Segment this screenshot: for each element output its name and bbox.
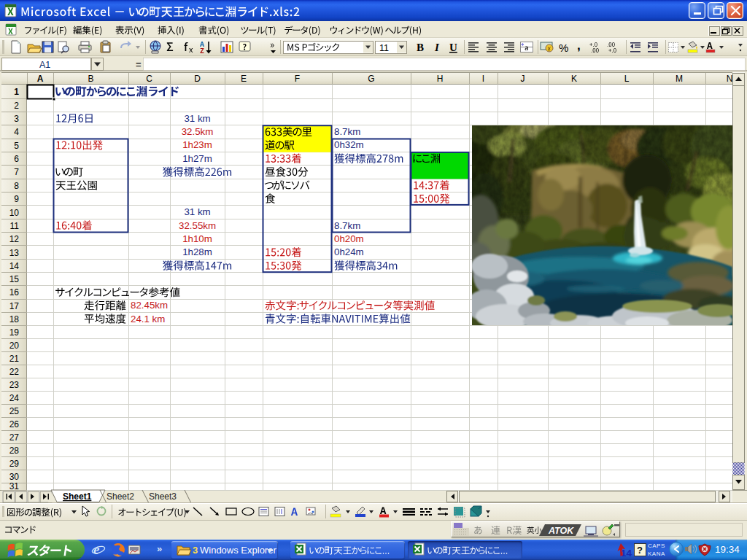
svg-text:Windows Explorer: Windows Explorer xyxy=(200,545,276,556)
svg-text:%: % xyxy=(559,42,568,54)
svg-text:1h27m: 1h27m xyxy=(182,153,212,164)
svg-text:1: 1 xyxy=(14,87,19,97)
svg-text:1h23m: 1h23m xyxy=(182,139,212,150)
svg-text:28: 28 xyxy=(9,446,20,456)
svg-text:22: 22 xyxy=(9,367,20,377)
svg-text:6: 6 xyxy=(14,154,19,164)
svg-text:3: 3 xyxy=(193,545,198,556)
svg-text:ATOK: ATOK xyxy=(548,526,574,536)
svg-text:7: 7 xyxy=(14,167,19,177)
svg-text:L: L xyxy=(624,74,630,84)
svg-text:12: 12 xyxy=(9,234,20,244)
svg-text:25: 25 xyxy=(9,406,20,416)
svg-text:15: 15 xyxy=(9,274,20,284)
svg-text:C: C xyxy=(146,74,152,84)
svg-text:I: I xyxy=(434,42,440,53)
svg-text:G: G xyxy=(368,74,374,84)
svg-text:18: 18 xyxy=(9,314,20,324)
svg-text:I: I xyxy=(482,74,484,84)
svg-text:82.45km: 82.45km xyxy=(131,300,168,311)
svg-text:16: 16 xyxy=(9,287,20,298)
svg-text:?: ? xyxy=(637,545,643,556)
svg-text:11: 11 xyxy=(10,221,20,231)
svg-text:24: 24 xyxy=(9,393,20,403)
svg-text:13: 13 xyxy=(9,248,20,258)
svg-text:=: = xyxy=(136,59,142,70)
svg-text:10: 10 xyxy=(9,208,20,218)
svg-text:N: N xyxy=(727,74,733,84)
svg-text:,: , xyxy=(577,39,581,52)
svg-text:KANA: KANA xyxy=(648,551,665,557)
svg-text:11: 11 xyxy=(379,43,389,53)
svg-text:27: 27 xyxy=(9,432,20,443)
svg-text:30: 30 xyxy=(9,472,20,482)
svg-text:0h32m: 0h32m xyxy=(334,139,364,150)
svg-text:A1: A1 xyxy=(39,60,50,70)
svg-text:Sheet3: Sheet3 xyxy=(149,491,177,502)
svg-text:31 km: 31 km xyxy=(184,113,210,124)
svg-text:J: J xyxy=(521,74,525,84)
svg-text:E: E xyxy=(241,74,247,84)
svg-text:»: » xyxy=(157,543,162,554)
svg-text:U: U xyxy=(449,42,457,53)
svg-text:3: 3 xyxy=(14,114,19,124)
svg-text:14: 14 xyxy=(621,548,632,559)
svg-text:20: 20 xyxy=(9,341,20,351)
svg-text:19: 19 xyxy=(9,327,20,338)
svg-text:31 km: 31 km xyxy=(184,206,210,217)
svg-text:32.5km: 32.5km xyxy=(182,126,214,137)
svg-text:8.7km: 8.7km xyxy=(334,220,360,231)
svg-text:26: 26 xyxy=(9,419,20,429)
svg-text:K: K xyxy=(571,74,577,84)
svg-text:32.55km: 32.55km xyxy=(179,220,216,231)
svg-text:23: 23 xyxy=(9,380,20,390)
svg-text:14: 14 xyxy=(9,261,20,271)
svg-text:M: M xyxy=(676,74,683,84)
svg-text:1h28m: 1h28m xyxy=(182,246,212,257)
svg-text:8.7km: 8.7km xyxy=(334,126,360,137)
svg-text:1h10m: 1h10m xyxy=(182,233,212,244)
svg-text:e: e xyxy=(93,542,100,557)
svg-text:19:34: 19:34 xyxy=(715,544,740,555)
svg-text:2: 2 xyxy=(14,101,19,111)
svg-text:31: 31 xyxy=(9,481,20,491)
svg-text:Sheet1: Sheet1 xyxy=(63,491,92,502)
svg-text:17: 17 xyxy=(9,301,20,311)
svg-text:29: 29 xyxy=(9,459,20,469)
svg-text:H: H xyxy=(437,74,444,84)
svg-text:D: D xyxy=(194,74,201,84)
svg-text:0h20m: 0h20m xyxy=(334,233,364,244)
svg-text:8: 8 xyxy=(14,181,19,191)
svg-text:21: 21 xyxy=(9,354,20,364)
svg-text:9: 9 xyxy=(14,194,19,204)
svg-text:B: B xyxy=(88,74,93,84)
svg-text:CAPS: CAPS xyxy=(648,542,665,549)
svg-text:F: F xyxy=(295,74,300,84)
svg-text:5: 5 xyxy=(14,141,19,151)
svg-text:A: A xyxy=(37,74,44,84)
svg-text:24.1 km: 24.1 km xyxy=(131,314,165,324)
svg-text:4: 4 xyxy=(14,127,19,137)
svg-text:Sheet2: Sheet2 xyxy=(107,491,134,502)
svg-text:B: B xyxy=(417,42,424,53)
svg-text:0h24m: 0h24m xyxy=(334,246,364,257)
